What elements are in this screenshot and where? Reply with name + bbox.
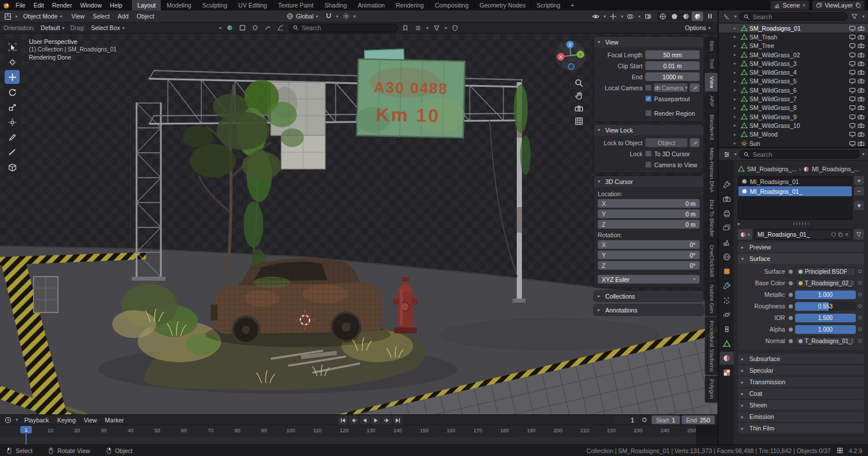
camera-object-field[interactable]: Camera▾ (654, 83, 687, 92)
coat-section-header[interactable]: ▸Coat (738, 388, 864, 399)
n-panel-tab-tool[interactable]: Tool (705, 55, 718, 72)
screen-icon[interactable] (849, 131, 856, 138)
xray-toggle[interactable] (643, 12, 653, 21)
camera-restrict-icon[interactable] (858, 52, 865, 58)
properties-tab-output[interactable] (720, 207, 734, 220)
clip-end-field[interactable]: 1000 m (645, 72, 700, 81)
subsurface-section-header[interactable]: ▸Subsurface (738, 354, 864, 364)
jump-end-button[interactable] (393, 415, 403, 425)
visibility-chevron[interactable]: ▾ (603, 14, 606, 19)
viewport-menu-view[interactable]: View (68, 11, 89, 21)
expand-arrow-icon[interactable]: ▸ (734, 25, 739, 31)
camera-restrict-icon[interactable] (858, 131, 865, 138)
camera-restrict-icon[interactable] (858, 78, 865, 84)
outliner-item-sun[interactable]: ▸Sun (719, 139, 868, 147)
outliner-item-sm-wildgrass-4[interactable]: ▸SM_WildGrass_4 (719, 68, 868, 76)
properties-tab-world[interactable] (720, 251, 734, 263)
tool-move-button[interactable] (5, 70, 20, 84)
screen-icon[interactable] (849, 140, 856, 147)
properties-tab-tool[interactable] (720, 178, 734, 191)
timeline-menu-keying[interactable]: Keying (53, 415, 80, 425)
outliner-editor-icon[interactable] (722, 12, 732, 21)
overlays-chevron[interactable]: ▾ (638, 14, 641, 19)
clip-start-field[interactable]: 0.01 m (645, 61, 700, 70)
editor-chevron[interactable]: ▾ (734, 152, 737, 157)
brush-icon[interactable] (250, 23, 260, 32)
add-slot-button[interactable]: + (854, 176, 864, 185)
n-panel-tab-view[interactable]: View (705, 73, 718, 91)
filter-chevron[interactable]: ▾ (862, 14, 865, 19)
transform-orientation-dropdown[interactable]: Global▾ (283, 12, 321, 21)
mode-dropdown[interactable]: Object Mode▾ (20, 12, 66, 21)
render-region-checkbox[interactable] (645, 110, 652, 116)
barrier-panel[interactable] (34, 277, 58, 312)
lock-object-field[interactable]: Object (645, 138, 687, 147)
tool-options-chevron[interactable]: ▾ (218, 25, 222, 31)
proportional-chevron[interactable]: ▾ (353, 14, 356, 19)
n-panel-tab-arp[interactable]: ARP (705, 92, 718, 111)
n-panel-tab-oneclickskill[interactable]: OneClickSkill (705, 241, 718, 281)
rotation-mode-dropdown[interactable]: XYZ Euler▾ (598, 275, 700, 284)
jump-start-button[interactable] (338, 415, 348, 425)
n-panel-tab-daz-to-blender[interactable]: Daz To Blender (705, 196, 718, 241)
gizmo-x-axis[interactable]: X (559, 54, 562, 60)
camera-to-view-checkbox[interactable] (645, 161, 652, 168)
camera-restrict-icon[interactable] (858, 87, 865, 94)
gizmos-chevron[interactable]: ▾ (620, 14, 624, 19)
add-workspace-button[interactable]: + (566, 0, 579, 10)
properties-search[interactable] (739, 150, 860, 159)
viewport-search[interactable] (288, 24, 398, 32)
properties-tab-physics[interactable] (720, 308, 734, 321)
thin-film-section-header[interactable]: ▸Thin Film (738, 423, 864, 433)
outliner-item-sm-trash[interactable]: ▸SM_Trash (719, 32, 868, 41)
properties-tab-view-layer[interactable] (720, 222, 734, 234)
view-lock-panel-header[interactable]: ▾View Lock (594, 124, 704, 135)
filter-funnel-icon[interactable] (432, 23, 442, 32)
screen-icon[interactable] (849, 78, 856, 84)
expand-arrow-icon[interactable]: ▸ (734, 132, 739, 137)
play-reverse-button[interactable] (360, 415, 370, 425)
shield-icon[interactable] (450, 23, 461, 32)
timeline-menu-playback[interactable]: Playback (20, 415, 53, 425)
timeline-menu-view[interactable]: View (80, 415, 101, 425)
viewport-menu-add[interactable]: Add (113, 11, 133, 21)
expand-arrow-icon[interactable]: ▸ (734, 123, 739, 128)
material-name-field[interactable]: MI_Roadsigns_01_ × (754, 229, 852, 240)
workspace-tab-geometry-nodes[interactable]: Geometry Nodes (475, 0, 531, 10)
eyedropper-icon[interactable] (690, 138, 700, 147)
editor-chevron[interactable]: ▾ (734, 14, 737, 19)
material-slot-mi-roadsigns-01[interactable]: MI_Roadsigns_01 (738, 176, 852, 186)
expand-arrow-icon[interactable]: ▸ (734, 61, 739, 66)
prev-key-button[interactable] (349, 415, 359, 425)
decorator-dot-icon[interactable] (858, 270, 862, 273)
auto-keying-icon[interactable] (639, 415, 650, 425)
sheen-section-header[interactable]: ▸Sheen (738, 400, 864, 410)
n-panel-tab-nature-gen[interactable]: Nature Gen (705, 281, 718, 317)
filter-chevron[interactable]: ▾ (444, 25, 448, 31)
viewport-menu-object[interactable]: Object (133, 11, 158, 21)
tool-transform-button[interactable] (5, 115, 20, 129)
presets-list-icon[interactable] (413, 23, 424, 32)
properties-tab-object[interactable] (720, 265, 734, 278)
resize-grip[interactable] (793, 222, 808, 225)
local-camera-checkbox[interactable] (645, 84, 652, 91)
workspace-tab-compositing[interactable]: Compositing (429, 0, 474, 10)
cursor-location-y[interactable]: Y0 m (598, 209, 700, 218)
menu-window[interactable]: Window (76, 0, 105, 10)
expand-arrow-icon[interactable]: ▸ (734, 97, 739, 102)
screen-icon[interactable] (849, 60, 856, 67)
camera-restrict-icon[interactable] (858, 140, 865, 147)
screen-icon[interactable] (849, 122, 856, 129)
camera-restrict-icon[interactable] (858, 122, 865, 129)
menu-file[interactable]: File (12, 0, 30, 10)
decorator-dot-icon[interactable] (858, 339, 862, 343)
tool-rotate-button[interactable] (5, 85, 20, 99)
expand-arrow-icon[interactable]: ▸ (734, 141, 739, 146)
drag-dropdown[interactable]: Select Box▾ (87, 23, 128, 32)
tool-select-box-button[interactable] (5, 40, 20, 54)
expand-arrow-icon[interactable]: ▸ (734, 52, 739, 57)
editor-type-button[interactable] (2, 12, 13, 21)
paint-ball-icon[interactable] (225, 23, 235, 32)
outliner-item-sm-wildgrass-6[interactable]: ▸SM_WildGrass_6 (719, 86, 868, 94)
emission-section-header[interactable]: ▸Emission (738, 411, 864, 422)
